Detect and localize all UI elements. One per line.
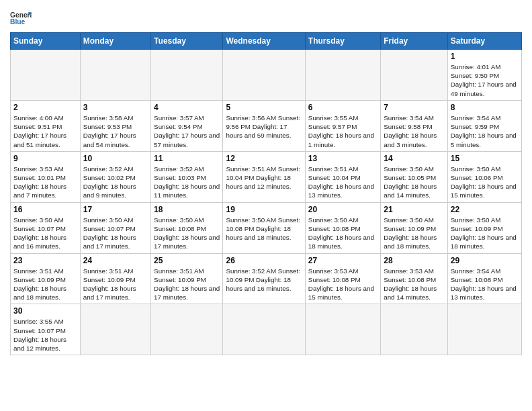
day-number: 29 (451, 256, 519, 265)
calendar-cell (305, 304, 380, 355)
day-number: 13 (308, 154, 378, 163)
day-number: 11 (154, 154, 220, 163)
day-number: 10 (83, 154, 148, 163)
day-number: 20 (308, 205, 378, 214)
day-number: 24 (83, 256, 148, 265)
day-info: Sunrise: 4:00 AM Sunset: 9:51 PM Dayligh… (13, 113, 77, 149)
day-number: 16 (13, 205, 77, 214)
day-number: 19 (226, 205, 302, 214)
header-thursday: Thursday (305, 33, 380, 50)
day-info: Sunrise: 4:01 AM Sunset: 9:50 PM Dayligh… (451, 62, 519, 98)
calendar-cell: 15Sunrise: 3:50 AM Sunset: 10:06 PM Dayl… (447, 151, 521, 202)
calendar-cell: 24Sunrise: 3:51 AM Sunset: 10:09 PM Dayl… (80, 253, 150, 304)
calendar-cell: 19Sunrise: 3:50 AM Sunset: 10:08 PM Dayl… (223, 202, 305, 253)
day-info: Sunrise: 3:52 AM Sunset: 10:02 PM Daylig… (83, 165, 148, 200)
day-info: Sunrise: 3:57 AM Sunset: 9:54 PM Dayligh… (154, 113, 220, 149)
calendar-cell (11, 50, 81, 101)
day-info: Sunrise: 3:51 AM Sunset: 10:09 PM Daylig… (154, 267, 220, 302)
calendar-cell: 14Sunrise: 3:50 AM Sunset: 10:05 PM Dayl… (381, 151, 448, 202)
day-info: Sunrise: 3:56 AM Sunset: 9:56 PM Dayligh… (226, 113, 302, 140)
day-number: 28 (384, 256, 445, 265)
logo-icon: General Blue (10, 7, 32, 28)
day-number: 23 (13, 256, 77, 265)
day-number: 7 (384, 103, 445, 112)
calendar-cell (223, 50, 305, 101)
day-info: Sunrise: 3:50 AM Sunset: 10:05 PM Daylig… (384, 165, 445, 200)
week-row-6: 30Sunrise: 3:55 AM Sunset: 10:07 PM Dayl… (11, 304, 522, 355)
calendar-cell: 3Sunrise: 3:58 AM Sunset: 9:53 PM Daylig… (80, 100, 150, 151)
day-number: 2 (13, 103, 77, 112)
day-info: Sunrise: 3:50 AM Sunset: 10:08 PM Daylig… (308, 216, 378, 251)
calendar-cell: 30Sunrise: 3:55 AM Sunset: 10:07 PM Dayl… (11, 304, 81, 355)
calendar-cell: 23Sunrise: 3:51 AM Sunset: 10:09 PM Dayl… (11, 253, 81, 304)
calendar-cell: 20Sunrise: 3:50 AM Sunset: 10:08 PM Dayl… (305, 202, 380, 253)
day-number: 3 (83, 103, 148, 112)
day-info: Sunrise: 3:50 AM Sunset: 10:07 PM Daylig… (13, 216, 77, 251)
header-monday: Monday (80, 33, 150, 50)
calendar-cell: 13Sunrise: 3:51 AM Sunset: 10:04 PM Dayl… (305, 151, 380, 202)
calendar-cell: 12Sunrise: 3:51 AM Sunset: 10:04 PM Dayl… (223, 151, 305, 202)
day-number: 18 (154, 205, 220, 214)
svg-text:Blue: Blue (10, 18, 25, 26)
day-number: 8 (451, 103, 519, 112)
calendar-cell (223, 304, 305, 355)
calendar-cell: 6Sunrise: 3:55 AM Sunset: 9:57 PM Daylig… (305, 100, 380, 151)
calendar-cell: 27Sunrise: 3:53 AM Sunset: 10:08 PM Dayl… (305, 253, 380, 304)
calendar-cell: 18Sunrise: 3:50 AM Sunset: 10:08 PM Dayl… (151, 202, 223, 253)
day-number: 15 (451, 154, 519, 163)
calendar-cell: 4Sunrise: 3:57 AM Sunset: 9:54 PM Daylig… (151, 100, 223, 151)
calendar-cell: 5Sunrise: 3:56 AM Sunset: 9:56 PM Daylig… (223, 100, 305, 151)
day-info: Sunrise: 3:55 AM Sunset: 9:57 PM Dayligh… (308, 113, 378, 149)
day-number: 17 (83, 205, 148, 214)
day-number: 6 (308, 103, 378, 112)
calendar-cell (80, 304, 150, 355)
day-info: Sunrise: 3:54 AM Sunset: 9:58 PM Dayligh… (384, 113, 445, 149)
calendar-cell: 2Sunrise: 4:00 AM Sunset: 9:51 PM Daylig… (11, 100, 81, 151)
day-info: Sunrise: 3:50 AM Sunset: 10:07 PM Daylig… (83, 216, 148, 251)
day-number: 22 (451, 205, 519, 214)
day-number: 27 (308, 256, 378, 265)
header-friday: Friday (381, 33, 448, 50)
day-info: Sunrise: 3:55 AM Sunset: 10:07 PM Daylig… (13, 317, 77, 353)
header: General Blue (10, 7, 522, 28)
week-row-3: 9Sunrise: 3:53 AM Sunset: 10:01 PM Dayli… (11, 151, 522, 202)
calendar-cell: 28Sunrise: 3:53 AM Sunset: 10:08 PM Dayl… (381, 253, 448, 304)
calendar-cell: 21Sunrise: 3:50 AM Sunset: 10:09 PM Dayl… (381, 202, 448, 253)
calendar-cell: 1Sunrise: 4:01 AM Sunset: 9:50 PM Daylig… (447, 50, 521, 101)
day-info: Sunrise: 3:52 AM Sunset: 10:09 PM Daylig… (226, 267, 302, 293)
day-number: 4 (154, 103, 220, 112)
day-info: Sunrise: 3:51 AM Sunset: 10:09 PM Daylig… (13, 267, 77, 302)
calendar-cell: 10Sunrise: 3:52 AM Sunset: 10:02 PM Dayl… (80, 151, 150, 202)
calendar-cell: 22Sunrise: 3:50 AM Sunset: 10:09 PM Dayl… (447, 202, 521, 253)
day-info: Sunrise: 3:50 AM Sunset: 10:08 PM Daylig… (154, 216, 220, 251)
calendar-cell: 26Sunrise: 3:52 AM Sunset: 10:09 PM Dayl… (223, 253, 305, 304)
week-row-5: 23Sunrise: 3:51 AM Sunset: 10:09 PM Dayl… (11, 253, 522, 304)
day-number: 1 (451, 52, 519, 61)
calendar-cell: 16Sunrise: 3:50 AM Sunset: 10:07 PM Dayl… (11, 202, 81, 253)
day-number: 25 (154, 256, 220, 265)
calendar-table: SundayMondayTuesdayWednesdayThursdayFrid… (10, 32, 522, 355)
day-number: 30 (13, 306, 77, 316)
calendar-cell: 7Sunrise: 3:54 AM Sunset: 9:58 PM Daylig… (381, 100, 448, 151)
calendar-cell: 25Sunrise: 3:51 AM Sunset: 10:09 PM Dayl… (151, 253, 223, 304)
day-info: Sunrise: 3:50 AM Sunset: 10:06 PM Daylig… (451, 165, 519, 200)
calendar-cell (80, 50, 150, 101)
day-number: 21 (384, 205, 445, 214)
day-info: Sunrise: 3:52 AM Sunset: 10:03 PM Daylig… (154, 165, 220, 200)
week-row-1: 1Sunrise: 4:01 AM Sunset: 9:50 PM Daylig… (11, 50, 522, 101)
calendar-header-row: SundayMondayTuesdayWednesdayThursdayFrid… (11, 33, 522, 50)
week-row-2: 2Sunrise: 4:00 AM Sunset: 9:51 PM Daylig… (11, 100, 522, 151)
day-number: 9 (13, 154, 77, 163)
header-tuesday: Tuesday (151, 33, 223, 50)
day-info: Sunrise: 3:54 AM Sunset: 10:08 PM Daylig… (451, 267, 519, 302)
day-info: Sunrise: 3:53 AM Sunset: 10:08 PM Daylig… (308, 267, 378, 302)
calendar-cell (381, 50, 448, 101)
day-number: 14 (384, 154, 445, 163)
day-info: Sunrise: 3:54 AM Sunset: 9:59 PM Dayligh… (451, 113, 519, 149)
calendar-cell (381, 304, 448, 355)
calendar-cell (151, 304, 223, 355)
header-sunday: Sunday (11, 33, 81, 50)
calendar-cell: 9Sunrise: 3:53 AM Sunset: 10:01 PM Dayli… (11, 151, 81, 202)
logo: General Blue (10, 7, 32, 28)
day-number: 12 (226, 154, 302, 163)
